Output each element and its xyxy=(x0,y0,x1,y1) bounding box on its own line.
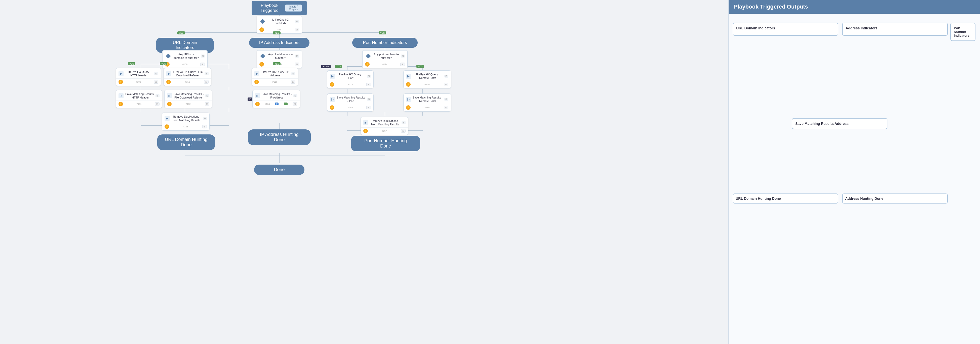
outputs-panel: Playbook Triggered Outputs URL Domain In… xyxy=(729,0,980,344)
save-port-icon: ▷ xyxy=(330,97,335,102)
save-ip-icon: ▷ xyxy=(255,93,260,98)
any-ports-title: Any port numbers to hunt for? xyxy=(373,52,399,60)
yes-label-url: YES xyxy=(177,32,185,35)
any-ip-card: Any IP addresses to hunt for? ⊞ ⚡ #109 ⊞ xyxy=(251,50,307,68)
url-domain-indicators-box: URL Domain Indicators xyxy=(733,22,838,36)
fireeye-http-icon: ▶ xyxy=(119,71,124,76)
fireeye-ip-title: FireEye HX Query - IP Address xyxy=(261,70,290,78)
port-done-node: Port Number Hunting Done xyxy=(351,136,420,151)
else-label-port: ELSE xyxy=(321,65,331,68)
save-file-id: #162 xyxy=(185,103,191,105)
done-label: Done xyxy=(274,167,285,172)
save-remote-id: #166 xyxy=(425,106,430,109)
url-done-label: URL Domain Hunting Done xyxy=(165,137,207,147)
fireeye-remote-icon: ▶ xyxy=(406,74,411,79)
is-fireeye-expand[interactable]: ⊞ xyxy=(295,20,299,23)
done-node: Done xyxy=(254,165,304,175)
yes-label-port2: YES xyxy=(417,65,424,68)
save-http-title: Save Matching Results - HTTP Header xyxy=(125,92,154,100)
fireeye-ip-icon: ▶ xyxy=(255,71,259,76)
fireeye-ip-card: ▶ FireEye HX Query - IP Address ⊞ ⚡ #110… xyxy=(251,68,298,86)
remove-dup-port-lightning: ⚡ xyxy=(363,128,368,133)
save-port-title: Save Matching Results - Port xyxy=(336,96,365,103)
url-hunting-done-box: URL Domain Hunting Done xyxy=(733,193,838,203)
save-remote-icon: ▷ xyxy=(406,97,411,102)
yes-label-port: YES xyxy=(379,32,386,35)
yes-label-http: YES xyxy=(128,62,135,65)
fireeye-remote-card: ▶ FireEye HX Query - Remote Ports ⊞ ⚡ #1… xyxy=(402,70,452,89)
address-indicators-box-title: Address Indicators xyxy=(846,26,944,30)
fireeye-http-lightning: ⚡ xyxy=(119,80,123,84)
port-done-label: Port Number Hunting Done xyxy=(364,138,407,149)
any-urls-id: #136 xyxy=(182,63,188,66)
inputs-outputs-badge[interactable]: Inputs / Outputs xyxy=(285,5,302,11)
save-port-card: ▷ Save Matching Results - Port ⊞ ⚡ #165 … xyxy=(327,94,374,112)
address-indicators-box: Address Indicators xyxy=(842,22,948,36)
any-ports-card: Any port numbers to hunt for? ⊞ ⚡ #114 ⊞ xyxy=(355,50,415,68)
fireeye-file-card: ▶ FireEye HX Query - File Download Refer… xyxy=(164,68,212,86)
remove-dup-url-icon: ▶ xyxy=(165,116,170,121)
remove-dup-url-lightning: ⚡ xyxy=(165,124,169,129)
remove-dup-port-title: Remove Duplications From Matching Result… xyxy=(370,119,400,127)
any-ip-lightning: ⚡ xyxy=(259,62,264,67)
ip-address-indicators-label: IP Address Indicators xyxy=(259,40,299,45)
outputs-panel-title: Playbook Triggered Outputs xyxy=(729,0,980,14)
fireeye-file-id: #158 xyxy=(185,81,190,83)
save-file-card: ▷ Save Matching Results - File Download … xyxy=(164,90,213,108)
fireeye-http-card: ▶ FireEye HX Query - HTTP Header ⊞ ⚡ #10… xyxy=(116,68,161,86)
fireeye-remote-lightning: ⚡ xyxy=(406,82,410,87)
url-domain-indicators-label: URL Domain Indicators xyxy=(173,40,197,50)
save-ip-card: ▷ Save Matching Results - IP Address ⊞ ⚡… xyxy=(251,90,301,108)
save-remote-card: ▷ Save Matching Results - Remote Ports ⊞… xyxy=(402,94,452,112)
fireeye-ip-lightning: ⚡ xyxy=(255,80,259,84)
save-remote-title: Save Matching Results - Remote Ports xyxy=(413,96,443,103)
save-ip-blue-badge: Q xyxy=(275,103,278,105)
yes-label-ip-query: YES xyxy=(273,62,280,65)
address-hunting-done-box: Address Hunting Done xyxy=(842,193,948,203)
any-urls-title: Any URLs or domains to hunt for? xyxy=(173,52,199,60)
save-file-lightning: ⚡ xyxy=(167,102,172,106)
port-number-indicators-node: Port Number Indicators xyxy=(352,38,418,48)
fireeye-port-lightning: ⚡ xyxy=(330,82,334,87)
fireeye-remote-title: FireEye HX Query - Remote Ports xyxy=(413,73,443,80)
fireeye-port-card: ▶ FireEye HX Query - Port ⊞ ⚡ #115 ⊞ xyxy=(327,70,374,89)
save-ip-title: Save Matching Results - IP Address xyxy=(262,92,292,100)
save-http-card: ▷ Save Matching Results - HTTP Header ⊞ … xyxy=(116,90,162,108)
url-done-node: URL Domain Hunting Done xyxy=(157,135,215,150)
yes-label-ip: YES xyxy=(273,32,280,35)
any-ports-id: #114 xyxy=(382,63,387,66)
save-http-icon: ▷ xyxy=(119,93,124,98)
save-port-id: #165 xyxy=(348,106,353,109)
is-fireeye-id: #56 xyxy=(277,29,281,31)
remove-dup-url-id: #163 xyxy=(183,125,188,128)
port-indicators-box-title: Port Number Indicators xyxy=(954,26,972,37)
fireeye-port-title: FireEye HX Query - Port xyxy=(336,73,365,80)
any-urls-card: Any URLs or domains to hunt for? ⊞ ⚡ #13… xyxy=(159,50,212,68)
url-hunting-done-title: URL Domain Hunting Done xyxy=(736,197,835,201)
is-fireeye-arrow[interactable]: ⊞ xyxy=(294,28,299,32)
save-file-title: Save Matching Results - File Download Re… xyxy=(173,92,204,100)
fireeye-file-icon: ▶ xyxy=(166,71,171,76)
ip-done-node: IP Address Hunting Done xyxy=(248,129,311,145)
yes-label-file: YES xyxy=(160,62,167,65)
remove-dup-port-icon: ▶ xyxy=(363,120,368,125)
is-fireeye-title: Is FireEye HX enabled? xyxy=(267,18,294,25)
address-hunting-done-title: Address Hunting Done xyxy=(845,197,945,201)
yes-label-port1: YES xyxy=(335,65,342,68)
fireeye-http-title: FireEye HX Query - HTTP Header xyxy=(125,70,153,78)
url-domain-box-title: URL Domain Indicators xyxy=(736,26,835,30)
any-ip-title: Any IP addresses to hunt for? xyxy=(267,52,294,60)
save-ip-id: #164 xyxy=(265,103,270,105)
is-fireeye-card: Is FireEye HX enabled? ⊞ ⚡ #56 ⊞ xyxy=(254,16,304,34)
remove-dup-port-card: ▶ Remove Duplications From Matching Resu… xyxy=(360,117,409,135)
ip-done-label: IP Address Hunting Done xyxy=(260,132,299,142)
fireeye-http-id: #100 xyxy=(136,81,141,83)
save-ip-green-badge: ✓ xyxy=(284,103,288,105)
remove-dup-url-card: ▶ Remove Duplications From Matching Resu… xyxy=(161,113,210,131)
remove-dup-port-id: #167 xyxy=(382,130,387,132)
port-number-indicators-label: Port Number Indicators xyxy=(363,40,407,45)
save-http-id: #161 xyxy=(136,103,142,105)
save-file-icon: ▷ xyxy=(167,93,172,98)
remove-dup-url-title: Remove Duplications From Matching Result… xyxy=(171,115,201,122)
any-ports-lightning: ⚡ xyxy=(365,62,370,67)
